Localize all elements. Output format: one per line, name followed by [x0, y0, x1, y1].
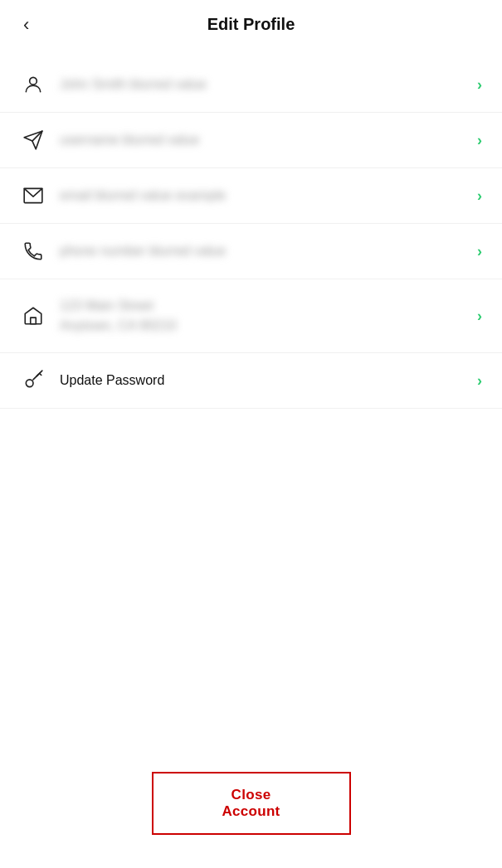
svg-point-5	[26, 380, 33, 387]
close-account-button[interactable]: Close Account	[152, 772, 351, 835]
key-icon	[20, 370, 46, 391]
menu-item-password[interactable]: Update Password ›	[0, 353, 502, 409]
menu-item-username[interactable]: username blurred value ›	[0, 113, 502, 168]
email-icon	[20, 185, 46, 206]
chevron-right-icon: ›	[477, 76, 482, 94]
page-title: Edit Profile	[207, 15, 295, 34]
chevron-right-icon: ›	[477, 132, 482, 149]
close-account-section: Close Account	[0, 772, 502, 835]
phone-icon	[20, 240, 46, 262]
password-field: Update Password	[60, 373, 477, 388]
username-value: username blurred value	[60, 133, 199, 147]
svg-rect-4	[31, 318, 37, 324]
address-value: 123 Main StreetAnytown, CA 90210	[60, 298, 177, 332]
password-label: Update Password	[60, 373, 164, 387]
person-icon	[20, 74, 46, 95]
chevron-right-icon: ›	[477, 308, 482, 325]
email-value: email blurred value example	[60, 188, 226, 202]
chevron-right-icon: ›	[477, 372, 482, 390]
phone-value: phone number blurred value	[60, 244, 226, 258]
address-field: 123 Main StreetAnytown, CA 90210	[60, 296, 477, 336]
menu-item-address[interactable]: 123 Main StreetAnytown, CA 90210 ›	[0, 279, 502, 353]
svg-line-7	[40, 373, 41, 375]
name-value: John Smith blurred value	[60, 77, 207, 91]
email-field: email blurred value example	[60, 188, 477, 203]
chevron-right-icon: ›	[477, 243, 482, 260]
chevron-right-icon: ›	[477, 187, 482, 205]
send-icon	[20, 129, 46, 151]
back-button[interactable]: ‹	[17, 11, 36, 39]
name-field: John Smith blurred value	[60, 77, 477, 92]
menu-item-email[interactable]: email blurred value example ›	[0, 168, 502, 224]
svg-point-0	[30, 77, 37, 85]
menu-item-name[interactable]: John Smith blurred value ›	[0, 57, 502, 113]
home-icon	[20, 305, 46, 327]
menu-item-phone[interactable]: phone number blurred value ›	[0, 224, 502, 279]
phone-field: phone number blurred value	[60, 244, 477, 259]
username-field: username blurred value	[60, 133, 477, 148]
profile-menu-list: John Smith blurred value › username blur…	[0, 57, 502, 409]
header: ‹ Edit Profile	[0, 0, 502, 49]
svg-line-8	[37, 374, 38, 376]
